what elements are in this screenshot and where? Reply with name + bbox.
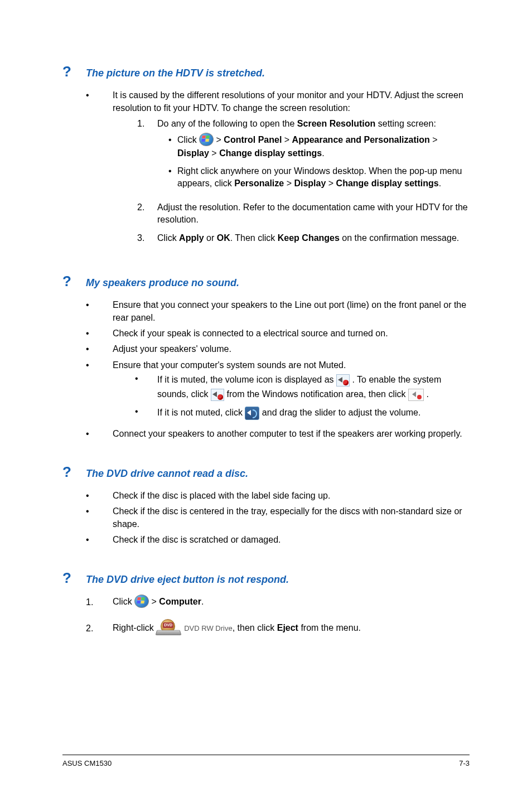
question-mark-icon: ? <box>62 462 86 482</box>
question-mark-icon: ? <box>62 568 86 588</box>
bullet: • <box>86 359 113 424</box>
text: > <box>326 178 336 188</box>
bullet: • <box>135 373 157 401</box>
step-number: 2. <box>86 622 113 635</box>
bold-text: Eject <box>277 623 298 632</box>
bullet-text: Check if the disc is placed with the lab… <box>113 491 330 500</box>
bullet-text: Check if your speak is connected to a el… <box>113 328 388 338</box>
footer-model: ASUS CM1530 <box>62 758 112 769</box>
text: and drag the slider to adjust the volume… <box>259 408 420 417</box>
volume-muted-icon <box>211 389 224 401</box>
text: If it is muted, the volume icon is displ… <box>157 375 336 384</box>
bullet: • <box>86 490 113 502</box>
dvd-drive-icon: DVDDVD RW Drive <box>156 621 232 636</box>
bold-text: Display <box>177 148 209 158</box>
sound-button-icon <box>408 389 424 401</box>
text: Click <box>113 597 134 606</box>
qa-dvd-read: ? The DVD drive cannot read a disc. •Che… <box>62 462 470 547</box>
bullet-text: Adjust your speakers' volume. <box>113 344 231 354</box>
question-title: The DVD drive eject button is not respon… <box>86 573 289 587</box>
bullet-text: Check if the disc is centered in the tra… <box>113 506 462 528</box>
bullet-text: Check if the disc is scratched or damage… <box>113 535 280 544</box>
text: or <box>204 233 217 243</box>
bullet: • <box>168 134 177 160</box>
text: Right-click <box>113 623 156 632</box>
bullet: • <box>86 534 113 546</box>
step-text: Do any of the following to open the <box>157 119 297 128</box>
text: on the confirmation message. <box>340 233 459 243</box>
intro-text: It is caused by the different resolution… <box>113 90 463 112</box>
text: > <box>430 135 438 144</box>
step-text: Adjust the resolution. Refer to the docu… <box>157 202 468 224</box>
question-title: My speakers produce no sound. <box>86 276 239 290</box>
bullet: • <box>86 299 113 324</box>
bullet: • <box>86 343 113 355</box>
bold-text: Change display settings <box>219 148 322 158</box>
text: > <box>214 135 224 144</box>
qa-hdtv-stretched: ? The picture on the HDTV is stretched. … <box>62 61 470 250</box>
bullet-text: Ensure that you connect your speakers to… <box>113 300 466 322</box>
bold-text: Screen Resolution <box>297 119 375 128</box>
bold-text: Change display settings <box>336 178 439 188</box>
dvd-drive-label: DVD RW Drive <box>184 624 232 634</box>
bold-text: OK <box>217 233 230 243</box>
text: If it is not muted, click <box>157 408 245 417</box>
bold-text: Computer <box>159 597 201 606</box>
bullet: • <box>86 89 113 250</box>
qa-no-sound: ? My speakers produce no sound. •Ensure … <box>62 271 470 441</box>
step-text: setting screen: <box>375 119 436 128</box>
bold-text: Control Panel <box>224 135 282 144</box>
question-title: The picture on the HDTV is stretched. <box>86 66 265 80</box>
windows-start-icon <box>199 133 214 146</box>
text: from the Windows notification area, then… <box>224 389 408 399</box>
windows-start-icon <box>134 595 149 608</box>
text: Click <box>177 135 199 144</box>
page-footer: ASUS CM1530 7-3 <box>62 755 470 769</box>
text: , then click <box>233 623 277 632</box>
step-number: 3. <box>137 232 157 244</box>
text: from the menu. <box>298 623 361 632</box>
bullet: • <box>86 505 113 530</box>
text: > <box>282 135 292 144</box>
volume-icon <box>245 407 259 420</box>
bullet: • <box>168 165 177 190</box>
text: > <box>149 597 159 606</box>
bullet: • <box>86 327 113 340</box>
bullet-text: Ensure that your computer's system sound… <box>113 360 346 370</box>
bold-text: Appearance and Personalization <box>292 135 430 144</box>
text: . <box>201 597 204 606</box>
question-title: The DVD drive cannot read a disc. <box>86 467 248 481</box>
volume-muted-icon <box>336 374 350 386</box>
text: . <box>424 389 429 399</box>
step-number: 2. <box>137 201 157 226</box>
question-mark-icon: ? <box>62 61 86 81</box>
bold-text: Apply <box>179 233 204 243</box>
text: Click <box>157 233 179 243</box>
step-number: 1. <box>137 118 157 196</box>
qa-dvd-eject: ? The DVD drive eject button is not resp… <box>62 568 470 636</box>
text: > <box>209 148 219 158</box>
text: . <box>439 178 441 188</box>
text: . <box>322 148 324 158</box>
bullet: • <box>86 428 113 440</box>
step-number: 1. <box>86 596 113 608</box>
text: . Then click <box>230 233 278 243</box>
text: > <box>284 178 294 188</box>
bullet-text: Connect your speakers to another compute… <box>113 429 462 438</box>
bold-text: Keep Changes <box>278 233 340 243</box>
footer-page-number: 7-3 <box>459 758 470 769</box>
question-mark-icon: ? <box>62 271 86 291</box>
bold-text: Display <box>294 178 326 188</box>
bullet: • <box>135 405 157 420</box>
bold-text: Personalize <box>234 178 284 188</box>
